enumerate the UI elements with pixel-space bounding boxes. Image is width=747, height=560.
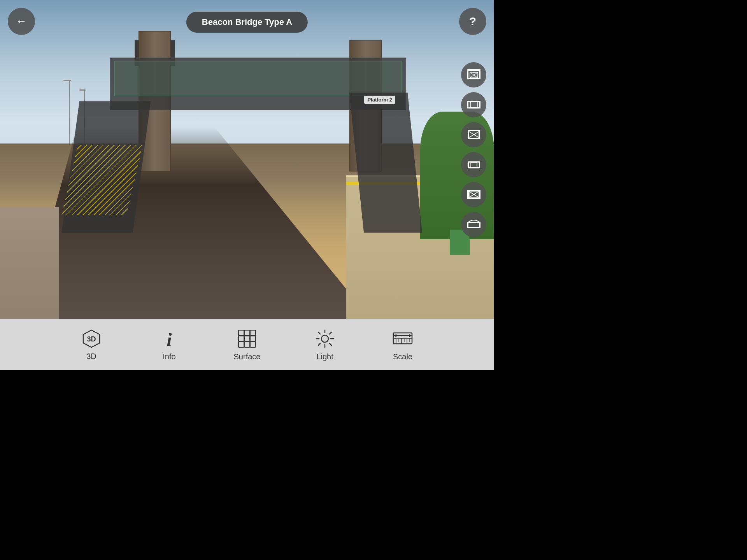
svg-rect-39 xyxy=(250,330,256,336)
svg-rect-0 xyxy=(467,69,480,71)
bridge-variant2-icon xyxy=(466,97,481,113)
surface-icon xyxy=(237,328,258,349)
svg-point-46 xyxy=(321,335,328,342)
svg-rect-26 xyxy=(467,198,480,199)
svg-rect-44 xyxy=(244,342,250,347)
svg-rect-38 xyxy=(244,330,250,336)
page-title: Beacon Bridge Type A xyxy=(186,12,308,33)
svg-rect-2 xyxy=(479,71,480,79)
variant-button-2[interactable] xyxy=(461,92,486,117)
svg-rect-22 xyxy=(471,163,477,167)
info-icon: i xyxy=(159,328,180,349)
svg-rect-41 xyxy=(244,336,250,341)
svg-text:3D: 3D xyxy=(87,335,96,343)
platform-2-label: Platform 2 xyxy=(364,96,395,104)
bridge-larger-icon xyxy=(466,187,481,203)
svg-line-51 xyxy=(318,332,320,334)
variant-button-1[interactable] xyxy=(461,62,486,88)
help-button[interactable]: ? xyxy=(459,8,486,35)
variant-buttons-panel xyxy=(461,62,486,237)
svg-text:i: i xyxy=(167,329,172,349)
svg-rect-11 xyxy=(470,102,477,107)
svg-rect-37 xyxy=(238,330,244,336)
bridge-full-icon xyxy=(466,67,481,83)
main-viewport: Platform 2 ← Beacon Bridge Type A ? xyxy=(0,0,494,319)
variant-button-6[interactable] xyxy=(461,212,486,237)
toolbar-label-3d: 3D xyxy=(86,352,96,361)
svg-rect-15 xyxy=(468,138,480,139)
toolbar-item-light[interactable]: Light xyxy=(286,323,364,366)
3d-icon: 3D xyxy=(81,329,102,349)
svg-rect-43 xyxy=(238,342,244,347)
help-icon: ? xyxy=(469,15,476,28)
light-icon xyxy=(314,328,335,349)
svg-rect-42 xyxy=(250,336,256,341)
platform-left xyxy=(0,207,59,319)
toolbar-label-light: Light xyxy=(316,352,333,361)
svg-rect-30 xyxy=(467,222,480,223)
svg-rect-33 xyxy=(467,227,480,228)
toolbar-label-info: Info xyxy=(163,352,175,361)
svg-rect-9 xyxy=(479,101,480,108)
svg-rect-45 xyxy=(250,342,256,347)
svg-rect-1 xyxy=(467,71,468,79)
bridge-variant3-icon xyxy=(466,127,481,143)
svg-line-54 xyxy=(318,343,320,345)
back-button[interactable]: ← xyxy=(8,8,35,35)
svg-rect-8 xyxy=(467,101,468,108)
svg-rect-12 xyxy=(468,130,480,131)
bottom-toolbar: 3D 3D i Info xyxy=(0,319,494,370)
variant-button-5[interactable] xyxy=(461,182,486,207)
scale-icon xyxy=(392,328,413,349)
street-light-2 xyxy=(84,89,85,147)
bridge-arch-icon xyxy=(466,217,481,233)
svg-rect-40 xyxy=(238,336,244,341)
svg-line-52 xyxy=(330,343,331,345)
street-light-1 xyxy=(69,80,70,144)
toolbar-item-info[interactable]: i Info xyxy=(130,323,208,366)
bridge-variant4-icon xyxy=(466,157,481,173)
svg-line-53 xyxy=(330,332,331,334)
toolbar-item-3d[interactable]: 3D 3D xyxy=(53,323,130,366)
toolbar-item-surface[interactable]: Surface xyxy=(208,323,286,366)
toolbar-label-scale: Scale xyxy=(393,352,412,361)
toolbar-label-surface: Surface xyxy=(234,352,261,361)
svg-rect-23 xyxy=(467,190,480,191)
toolbar-item-scale[interactable]: Scale xyxy=(364,323,442,366)
variant-button-4[interactable] xyxy=(461,152,486,177)
variant-button-3[interactable] xyxy=(461,122,486,147)
back-icon: ← xyxy=(16,15,27,28)
